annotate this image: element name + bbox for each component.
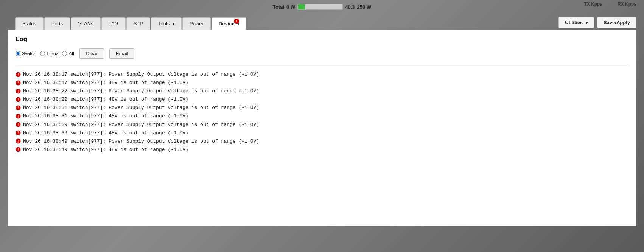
error-icon: !: [16, 138, 22, 144]
page-title: Log: [16, 36, 628, 43]
radio-linux-label[interactable]: Linux: [40, 51, 58, 56]
tab-ports[interactable]: Ports: [44, 17, 70, 30]
error-icon: !: [16, 130, 22, 136]
nav-tabs: Status Ports VLANs LAG STP Tools ▾ Power: [8, 17, 558, 30]
log-entry: !Nov 26 16:38:22 switch[977]: 48V is out…: [16, 95, 628, 104]
power-bar-value: 40.3: [345, 4, 355, 10]
svg-text:!: !: [17, 131, 19, 135]
tab-tools[interactable]: Tools ▾: [151, 17, 182, 30]
log-text: Nov 26 16:38:22 switch[977]: Power Suppl…: [23, 87, 259, 95]
power-value: 0 W: [286, 4, 295, 10]
log-entry: !Nov 26 16:38:31 switch[977]: 48V is out…: [16, 112, 628, 120]
error-icon: !: [16, 147, 22, 152]
log-entry: !Nov 26 16:38:39 switch[977]: 48V is out…: [16, 129, 628, 137]
utilities-dropdown-arrow: ▾: [586, 21, 588, 25]
log-text: Nov 26 16:38:49 switch[977]: 48V is out …: [23, 146, 188, 154]
save-apply-button[interactable]: Save/Apply: [597, 17, 636, 28]
log-entry: !Nov 26 16:38:49 switch[977]: Power Supp…: [16, 137, 628, 146]
error-icon: !: [16, 114, 22, 119]
top-bar: Total 0 W 40.3 250 W TX Kpps RX Kpps: [0, 0, 644, 14]
error-icon: !: [16, 80, 22, 86]
svg-text:!: !: [17, 148, 19, 152]
total-label: Total: [273, 4, 284, 10]
main-content: Log Switch Linux All Clear Email !Nov 26…: [8, 30, 636, 226]
log-text: Nov 26 16:38:17 switch[977]: 48V is out …: [23, 79, 188, 87]
error-icon: !: [16, 89, 22, 94]
power-max: 250 W: [357, 4, 371, 10]
svg-text:!: !: [17, 81, 19, 85]
radio-switch[interactable]: [16, 51, 20, 56]
log-text: Nov 26 16:38:39 switch[977]: 48V is out …: [23, 129, 188, 137]
tab-device[interactable]: ! Device ▾: [212, 17, 247, 30]
tab-lag[interactable]: LAG: [101, 17, 126, 30]
tab-power[interactable]: Power: [182, 17, 211, 30]
utilities-button[interactable]: Utilities ▾: [558, 17, 594, 28]
log-text: Nov 26 16:38:49 switch[977]: Power Suppl…: [23, 137, 259, 146]
error-icon: !: [16, 105, 22, 111]
svg-text:!: !: [17, 106, 19, 110]
clear-button[interactable]: Clear: [79, 48, 104, 59]
tab-stp[interactable]: STP: [126, 17, 150, 30]
log-text: Nov 26 16:38:22 switch[977]: 48V is out …: [23, 95, 188, 104]
log-text: Nov 26 16:38:17 switch[977]: Power Suppl…: [23, 70, 259, 79]
tools-dropdown-arrow: ▾: [173, 22, 174, 26]
error-icon: !: [16, 122, 22, 128]
controls-row: Switch Linux All Clear Email: [16, 48, 628, 59]
traffic-labels: TX Kpps RX Kpps: [584, 2, 636, 7]
svg-text:!: !: [17, 114, 19, 118]
log-entry: !Nov 26 16:38:31 switch[977]: Power Supp…: [16, 104, 628, 112]
divider: [16, 65, 628, 65]
radio-group: Switch Linux All: [16, 51, 74, 56]
nav-area: Status Ports VLANs LAG STP Tools ▾ Power: [8, 16, 558, 30]
radio-linux[interactable]: [40, 51, 45, 56]
svg-text:!: !: [17, 98, 19, 102]
email-button[interactable]: Email: [109, 48, 135, 59]
log-entry: !Nov 26 16:38:17 switch[977]: 48V is out…: [16, 79, 628, 87]
log-entry: !Nov 26 16:38:49 switch[977]: 48V is out…: [16, 146, 628, 154]
log-area: !Nov 26 16:38:17 switch[977]: Power Supp…: [16, 70, 628, 154]
svg-text:!: !: [17, 123, 19, 127]
power-bar-fill: [298, 4, 305, 9]
power-bar-container: [297, 4, 343, 10]
log-entry: !Nov 26 16:38:22 switch[977]: Power Supp…: [16, 87, 628, 95]
radio-switch-label[interactable]: Switch: [16, 51, 36, 56]
radio-all[interactable]: [62, 51, 67, 56]
header-area: Status Ports VLANs LAG STP Tools ▾ Power: [0, 14, 644, 30]
tx-label: TX Kpps: [584, 2, 602, 7]
svg-text:!: !: [17, 73, 19, 77]
svg-text:!: !: [17, 89, 19, 93]
tab-vlans[interactable]: VLANs: [71, 17, 100, 30]
header-buttons: Utilities ▾ Save/Apply: [558, 16, 636, 28]
log-text: Nov 26 16:38:31 switch[977]: Power Suppl…: [23, 104, 259, 112]
log-text: Nov 26 16:38:39 switch[977]: Power Suppl…: [23, 121, 259, 129]
radio-all-label[interactable]: All: [62, 51, 74, 56]
rx-label: RX Kpps: [618, 2, 636, 7]
log-entry: !Nov 26 16:38:17 switch[977]: Power Supp…: [16, 70, 628, 79]
log-text: Nov 26 16:38:31 switch[977]: 48V is out …: [23, 112, 188, 120]
tab-status[interactable]: Status: [15, 17, 44, 30]
power-info: Total 0 W 40.3 250 W: [273, 4, 371, 10]
log-entry: !Nov 26 16:38:39 switch[977]: Power Supp…: [16, 121, 628, 129]
error-icon: !: [16, 97, 22, 103]
svg-text:!: !: [17, 139, 19, 143]
error-icon: !: [16, 72, 22, 78]
